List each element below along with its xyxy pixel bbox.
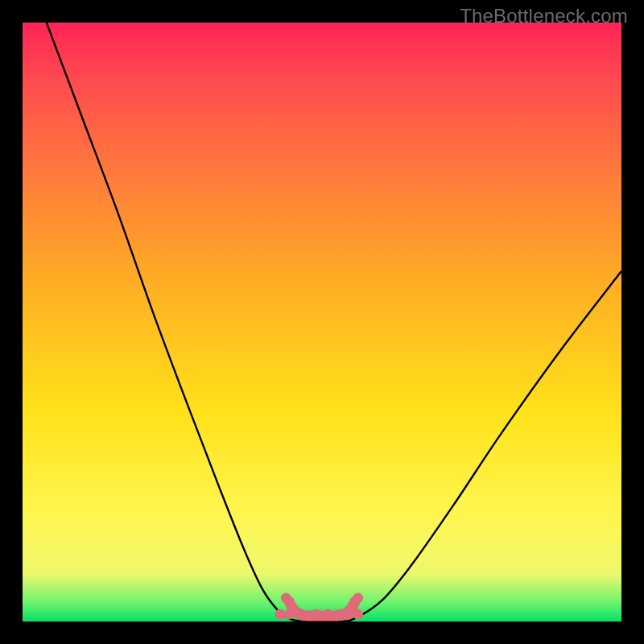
optimum-marker bbox=[281, 593, 291, 604]
optimum-marker bbox=[353, 609, 363, 620]
optimum-marker bbox=[323, 609, 333, 620]
severity-gradient-background bbox=[23, 23, 621, 621]
optimum-marker bbox=[353, 593, 363, 604]
optimum-marker bbox=[344, 609, 354, 620]
optimum-marker bbox=[296, 609, 307, 620]
optimum-marker bbox=[284, 609, 295, 620]
bottleneck-chart bbox=[23, 23, 621, 621]
optimum-marker bbox=[335, 609, 345, 620]
plot-area bbox=[23, 23, 621, 621]
optimum-marker bbox=[275, 609, 285, 620]
optimum-marker bbox=[311, 609, 321, 620]
figure-root: TheBottleneck.com bbox=[0, 0, 644, 644]
